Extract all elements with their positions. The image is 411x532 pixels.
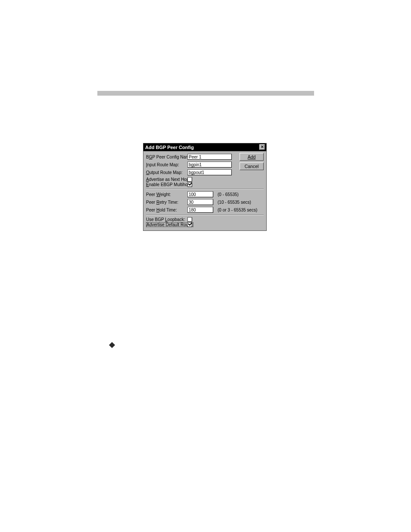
advertise-default-route-checkbox[interactable] <box>187 222 192 227</box>
input-route-map-input[interactable] <box>187 162 232 168</box>
separator-1 <box>146 189 264 190</box>
label-peer-weight: Peer Weight: <box>146 192 187 197</box>
close-icon: ✕ <box>261 145 264 149</box>
hint-peer-retry-time: (10 - 65535 secs) <box>218 200 251 205</box>
add-button-label: Add <box>248 154 256 159</box>
add-button[interactable]: Add <box>240 153 264 161</box>
label-input-route-map: Input Route Map: <box>146 162 187 167</box>
label-advertise-default-route: Advertise Default Route: <box>146 222 187 227</box>
row-use-bgp-loopback: Use BGP Loopback: <box>146 217 264 222</box>
config-name-input[interactable] <box>187 154 232 160</box>
row-output-route-map: Output Route Map: <box>146 169 264 175</box>
label-use-bgp-loopback: Use BGP Loopback: <box>146 217 187 222</box>
row-peer-hold-time: Peer Hold Time: (0 or 3 - 65535 secs) <box>146 207 264 213</box>
close-button[interactable]: ✕ <box>259 144 265 150</box>
label-output-route-map: Output Route Map: <box>146 170 187 175</box>
cancel-button[interactable]: Cancel <box>240 162 264 170</box>
row-peer-weight: Peer Weight: (0 - 65535) <box>146 191 264 197</box>
dialog-buttons: Add Cancel <box>240 153 264 170</box>
dialog-title: Add BGP Peer Config <box>145 145 194 150</box>
label-config-name: BGP Peer Config Name: <box>146 155 187 159</box>
peer-hold-time-input[interactable] <box>187 207 213 213</box>
page-decorative-bar <box>97 91 314 96</box>
row-enable-ebgp-multihop: Enable EBGP Multihop: <box>146 182 264 187</box>
add-bgp-peer-config-dialog: Add BGP Peer Config ✕ Add Cancel BGP Pee… <box>143 143 267 231</box>
row-advertise-next-hop: Advertise as Next Hop: <box>146 177 264 182</box>
enable-ebgp-multihop-checkbox[interactable] <box>187 182 192 187</box>
hint-peer-weight: (0 - 65535) <box>218 192 239 197</box>
row-peer-retry-time: Peer Retry Time: (10 - 65535 secs) <box>146 199 264 205</box>
hint-peer-hold-time: (0 or 3 - 65535 secs) <box>218 208 257 212</box>
label-advertise-next-hop: Advertise as Next Hop: <box>146 177 187 182</box>
bullet-diamond <box>109 342 115 348</box>
dialog-titlebar: Add BGP Peer Config ✕ <box>143 143 266 151</box>
label-enable-ebgp-multihop: Enable EBGP Multihop: <box>146 182 187 187</box>
dialog-body: Add Cancel BGP Peer Config Name: Input R… <box>143 151 266 230</box>
row-advertise-default-route: Advertise Default Route: <box>146 222 264 227</box>
cancel-button-label: Cancel <box>245 164 259 169</box>
label-peer-retry-time: Peer Retry Time: <box>146 200 187 205</box>
label-peer-hold-time: Peer Hold Time: <box>146 208 187 212</box>
separator-2 <box>146 215 264 215</box>
output-route-map-input[interactable] <box>187 169 232 175</box>
peer-weight-input[interactable] <box>187 191 213 197</box>
peer-retry-time-input[interactable] <box>187 199 213 205</box>
